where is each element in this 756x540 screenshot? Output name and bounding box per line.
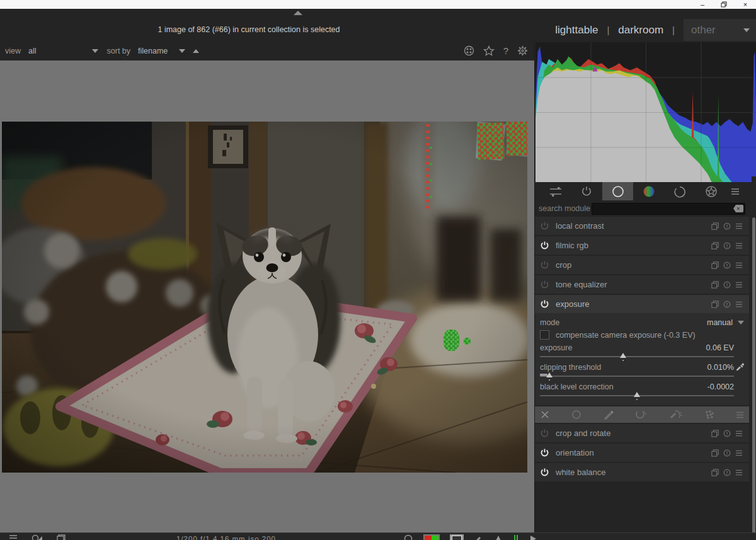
module-row-white-balance[interactable]: white balance	[535, 463, 749, 481]
module-label[interactable]: tone equalizer	[556, 280, 711, 289]
sort-chevron-icon[interactable]	[179, 49, 185, 53]
compensate-checkbox[interactable]	[540, 330, 549, 340]
presets-icon[interactable]	[735, 469, 743, 476]
view-other-dropdown[interactable]: other	[684, 19, 756, 41]
module-row-exposure[interactable]: exposure	[535, 295, 749, 313]
mask-uniform-icon[interactable]	[571, 410, 581, 420]
clear-search-icon[interactable]: ×	[733, 205, 743, 212]
multi-instance-icon[interactable]	[711, 430, 719, 437]
module-label[interactable]: white balance	[556, 468, 711, 477]
module-row-crop-and-rotate[interactable]: crop and rotate	[535, 424, 749, 442]
slider-handle[interactable]	[620, 353, 626, 358]
pencil-icon[interactable]	[474, 534, 484, 540]
presets-icon[interactable]	[735, 301, 743, 307]
reset-icon[interactable]	[723, 430, 731, 437]
reset-icon[interactable]	[723, 261, 731, 269]
sort-value[interactable]: filename	[138, 47, 168, 55]
view-darkroom[interactable]: darkroom	[618, 24, 663, 37]
power-icon[interactable]	[540, 221, 549, 231]
multi-instance-icon[interactable]	[711, 261, 719, 269]
scrollbar-thumb[interactable]	[752, 217, 755, 540]
search-module-input[interactable]: ×	[592, 203, 745, 215]
multi-instance-icon[interactable]	[711, 469, 719, 476]
presets-icon[interactable]	[735, 282, 743, 288]
darkroom-canvas[interactable]	[0, 60, 534, 532]
hamburger-icon[interactable]	[9, 534, 18, 540]
rawoverexposed-icon[interactable]	[423, 534, 440, 540]
power-icon[interactable]	[540, 241, 549, 250]
power-icon[interactable]	[540, 428, 549, 438]
power-icon[interactable]	[540, 299, 549, 309]
gear-icon[interactable]	[517, 45, 528, 56]
slider-value[interactable]: 0.010%	[707, 363, 734, 372]
view-filter-chevron-icon[interactable]	[92, 49, 98, 53]
focus-peak-icon[interactable]	[494, 534, 503, 540]
star-icon[interactable]	[483, 45, 495, 56]
color-picker-icon[interactable]	[735, 363, 744, 372]
module-label[interactable]: filmic rgb	[556, 241, 711, 250]
panel-scrollbar[interactable]	[752, 176, 756, 540]
tab-power-group[interactable]	[571, 182, 602, 200]
module-tabs-presets-menu-icon[interactable]	[727, 182, 744, 200]
slider-track[interactable]	[540, 376, 734, 377]
tab-base-group[interactable]	[602, 182, 633, 200]
grouping-icon[interactable]	[464, 45, 474, 56]
module-row-filmic-rgb[interactable]: filmic rgb	[535, 236, 749, 255]
multi-instance-icon[interactable]	[711, 242, 719, 250]
reset-icon[interactable]	[723, 242, 731, 250]
power-icon[interactable]	[540, 260, 549, 270]
mode-chevron-icon[interactable]	[738, 321, 744, 325]
view-lighttable[interactable]: lighttable	[555, 24, 598, 37]
drawn-and-parametric-mask-icon[interactable]	[669, 410, 683, 420]
reset-icon[interactable]	[723, 281, 731, 289]
reset-icon[interactable]	[723, 469, 731, 476]
slider-exposure[interactable]: exposure 0.06 EV	[540, 343, 744, 362]
tab-effect-group[interactable]	[696, 182, 726, 200]
presets-icon[interactable]	[735, 223, 743, 229]
overexposure-icon[interactable]	[32, 534, 43, 540]
histogram[interactable]	[536, 42, 756, 182]
close-button[interactable]: ×	[735, 0, 756, 9]
power-icon[interactable]	[540, 468, 549, 477]
multi-instance-icon[interactable]	[711, 281, 719, 289]
blending-menu-icon[interactable]	[736, 411, 744, 418]
slider-clipping-threshold[interactable]: clipping threshold 0.010%	[540, 362, 744, 382]
mode-value[interactable]: manual	[707, 318, 733, 327]
slider-value[interactable]: -0.0002	[707, 382, 734, 391]
multi-instance-icon[interactable]	[711, 449, 719, 457]
module-label[interactable]: local contrast	[556, 221, 711, 231]
slider-handle[interactable]	[634, 392, 640, 397]
multi-instance-icon[interactable]	[711, 222, 719, 230]
multi-instance-icon[interactable]	[711, 301, 719, 308]
module-row-crop[interactable]: crop	[535, 256, 749, 274]
raster-mask-icon[interactable]	[704, 410, 714, 420]
softproof-icon[interactable]	[450, 534, 464, 540]
power-icon[interactable]	[540, 280, 549, 289]
module-label[interactable]: crop	[556, 260, 711, 270]
module-label[interactable]: crop and rotate	[556, 428, 711, 438]
presets-icon[interactable]	[735, 243, 743, 249]
mask-off-icon[interactable]	[540, 410, 550, 420]
tab-active-modules[interactable]	[540, 182, 571, 200]
slider-track[interactable]	[540, 356, 734, 357]
slider-handle[interactable]	[546, 372, 553, 377]
reset-icon[interactable]	[723, 301, 731, 308]
slider-black-level-correction[interactable]: black level correction -0.0002	[540, 382, 744, 401]
restore-button[interactable]	[713, 0, 735, 9]
presets-icon[interactable]	[735, 262, 743, 268]
slider-value[interactable]: 0.06 EV	[706, 343, 734, 352]
module-row-tone-equalizer[interactable]: tone equalizer	[535, 275, 749, 294]
view-filter-value[interactable]: all	[28, 47, 37, 55]
circle-icon[interactable]	[403, 534, 413, 540]
reset-icon[interactable]	[723, 222, 731, 230]
tab-color-group[interactable]	[633, 182, 664, 200]
collapse-top-panel-arrow-icon[interactable]	[294, 11, 302, 15]
help-icon[interactable]: ?	[503, 45, 508, 56]
tab-correct-group[interactable]	[665, 182, 696, 200]
minimize-button[interactable]: –	[692, 0, 713, 9]
image-preview[interactable]	[2, 122, 527, 473]
module-label[interactable]: orientation	[556, 448, 711, 457]
module-label[interactable]: exposure	[556, 299, 711, 309]
sort-ascending-icon[interactable]	[193, 49, 199, 53]
parametric-mask-icon[interactable]	[635, 410, 648, 420]
